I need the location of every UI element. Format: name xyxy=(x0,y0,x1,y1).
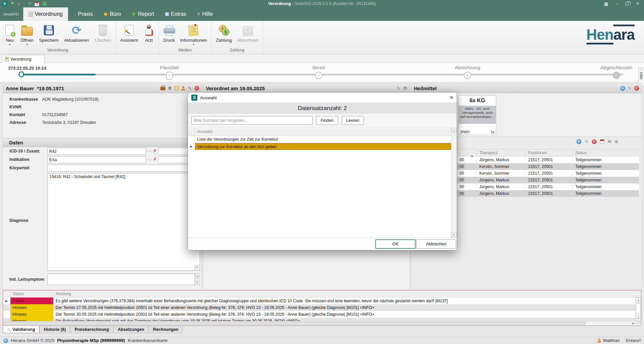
abbrechen-button[interactable]: Abbrechen xyxy=(416,239,456,249)
informationen-button[interactable]: Informationen▼ xyxy=(178,22,210,46)
ribbon-toolbar: +Neu▼ Öffnen▼ Speichern ⟳Aktualisieren L… xyxy=(0,21,644,54)
dialog-list: Auswahl ▲ Liste der Verordnungen zur Zei… xyxy=(188,128,457,238)
icd-clear-icon[interactable]: ✗ xyxy=(153,148,157,153)
dialog-option-row-selected[interactable]: ▶ Verordnung zur Korrektur an den Arzt g… xyxy=(188,143,457,150)
tab-historie[interactable]: Historie (6) xyxy=(39,326,70,333)
check-milestone-icon: ✓ xyxy=(315,72,322,79)
speichern-button[interactable]: Speichern xyxy=(37,22,61,43)
leitsymptom-down-icon[interactable]: ▼ xyxy=(195,280,200,285)
dialog-search-input[interactable] xyxy=(191,116,313,125)
coins-icon xyxy=(218,25,230,36)
leitsymptom-up-icon[interactable]: ▲ xyxy=(195,274,200,279)
add-icon[interactable]: + xyxy=(576,139,581,144)
indikation-input[interactable] xyxy=(47,156,146,163)
validation-row-hint[interactable]: Hinweis Der Termin 27.05.2025 mit Heilmi… xyxy=(3,304,641,311)
icd-list-item[interactable]: 15416: R42 - Schwindel und Taumel [R42] xyxy=(50,174,125,179)
calendar-icon[interactable]: 1 xyxy=(35,2,39,6)
warning-icon: ⚠ xyxy=(7,327,11,332)
aktualisieren-button[interactable]: ⟳Aktualisieren xyxy=(62,22,91,43)
validation-vscrollbar[interactable]: ▲ ▼ xyxy=(635,298,641,321)
koerperteil-input[interactable] xyxy=(47,165,200,172)
list-arrow-icon[interactable]: ≣ xyxy=(168,86,172,90)
refresh-icon[interactable]: ⟳ xyxy=(28,1,32,6)
user-name: Matthias xyxy=(603,338,620,343)
help-icon: ❝ xyxy=(641,68,642,71)
dialog-list-header[interactable]: Auswahl ▲ xyxy=(188,128,457,136)
dialog-close-icon[interactable]: × xyxy=(450,94,453,101)
finden-button[interactable]: Finden xyxy=(316,116,338,125)
oeffnen-button[interactable]: Öffnen▼ xyxy=(18,22,36,46)
leeren-button[interactable]: Leeren xyxy=(342,116,364,125)
close-button[interactable]: × xyxy=(636,1,639,7)
list-icon[interactable]: ≣ xyxy=(615,139,618,144)
assistent-button[interactable]: Assistent xyxy=(118,22,140,43)
patient-name: Anne Bauer xyxy=(6,85,34,91)
add-icon[interactable]: + xyxy=(620,86,625,91)
auswahl-dialog: S Auswahl × Datensatzanzahl: 2 Finden Le… xyxy=(188,92,457,250)
indikation-lookup-dots[interactable]: ··· xyxy=(147,158,152,162)
validation-header[interactable]: Status Meldung xyxy=(3,290,641,298)
patient-field-row: KVNR xyxy=(3,105,202,109)
scroll-down-icon[interactable]: ▼ xyxy=(636,316,641,321)
practice-label: Physiotherapie MSp (999999999) xyxy=(57,338,125,343)
icd-listbox[interactable]: 15416: R42 - Schwindel und Taumel [R42] xyxy=(47,173,200,271)
arzt-button[interactable]: Arzt xyxy=(141,22,157,43)
progress-marker[interactable] xyxy=(19,71,24,77)
listbox-scroll-down-icon[interactable]: ▼ xyxy=(194,265,199,270)
delete-icon[interactable]: ✗ xyxy=(634,86,639,91)
validation-row-error[interactable]: ▶ Fehler Es gibt weitere Verordnungen (3… xyxy=(3,298,641,304)
briefcase-icon[interactable] xyxy=(160,87,165,90)
delete-icon[interactable]: ✗ xyxy=(592,139,597,144)
scroll-up-icon[interactable]: ▲ xyxy=(451,128,457,133)
info-icon[interactable]: i xyxy=(3,338,8,343)
menu-tab-verordnung[interactable]: Verordnung xyxy=(23,7,68,21)
tab-preisberechnung[interactable]: Preisberechnung xyxy=(70,326,113,333)
icd-input[interactable] xyxy=(47,148,146,155)
edit-pencil-icon[interactable]: ✎ xyxy=(585,139,588,144)
validation-row-hint[interactable]: Hinweis Der Termin 30.05.2025 mit Heilmi… xyxy=(3,311,641,318)
indikation-clear-icon[interactable]: ✗ xyxy=(153,157,157,162)
minimize-button[interactable]: – xyxy=(615,1,618,6)
document-tab-verordnung[interactable]: Verordnung xyxy=(2,55,44,63)
home-icon[interactable]: ⌂ xyxy=(18,1,20,6)
note-icon[interactable] xyxy=(174,86,179,90)
mail-icon[interactable]: ✉ xyxy=(608,139,611,144)
menu-tab-praxis[interactable]: ⌂Praxis xyxy=(68,7,98,21)
heilmittel-card[interactable]: 6x KG 20501 - KG, auch Atemgymnastik, au… xyxy=(458,95,496,135)
edit-pencil-icon[interactable]: ✎ xyxy=(188,86,192,91)
tab-absetzungen[interactable]: Absetzungen xyxy=(114,326,149,333)
dialog-scrollbar[interactable]: ▼ xyxy=(451,136,457,238)
restore-button[interactable] xyxy=(625,2,629,5)
tab-validierung[interactable]: ⚠Validierung xyxy=(3,326,39,333)
ribbon-group-assistent: Assistent Arzt xyxy=(116,21,159,54)
druck-button[interactable]: Druck xyxy=(161,22,177,43)
menu-tab-hilfe[interactable]: ?Hilfe xyxy=(192,7,218,21)
edit-pencil-icon[interactable]: ✎ xyxy=(628,86,632,91)
ok-button[interactable]: OK xyxy=(375,239,416,249)
leitsymptom-input[interactable] xyxy=(47,274,195,285)
progress-fill xyxy=(21,74,96,75)
person-icon[interactable] xyxy=(181,86,185,91)
icd-lookup-dots[interactable]: ··· xyxy=(147,149,152,153)
validation-hscrollbar[interactable]: ▶ xyxy=(3,321,635,325)
patient-field-row: Kontakt01731234567 xyxy=(3,112,202,117)
calendar-icon[interactable] xyxy=(600,139,604,144)
smartvo-logo-icon[interactable]: S xyxy=(2,1,7,6)
org-chart-icon[interactable]: ∴ xyxy=(23,1,25,6)
tab-rechnungen[interactable]: Rechnungen xyxy=(149,326,183,333)
window-grid-icon[interactable]: ▦ xyxy=(604,1,608,6)
delete-icon[interactable]: ✗ xyxy=(194,86,199,91)
refresh-green-icon[interactable]: ⟳ xyxy=(403,85,407,91)
flag-icon[interactable]: ⚑ xyxy=(10,1,14,6)
inbox-icon xyxy=(243,26,253,36)
scroll-down-icon[interactable]: ▼ xyxy=(451,232,457,238)
menu-tab-extras[interactable]: Extras xyxy=(160,7,192,21)
export-icon[interactable]: → xyxy=(42,1,47,6)
menu-tab-buero[interactable]: %Büro xyxy=(98,7,127,21)
edit-pencil-icon[interactable]: ✎ xyxy=(397,86,400,91)
dialog-option-row[interactable]: Liste der Verordnungen zur Zeit zur Korr… xyxy=(188,136,457,143)
menu-tab-report[interactable]: ✓Report xyxy=(126,7,159,21)
zahlung-button[interactable]: Zahlung xyxy=(214,22,234,43)
scroll-up-icon[interactable]: ▲ xyxy=(636,298,641,303)
neu-button[interactable]: +Neu▼ xyxy=(2,22,18,46)
